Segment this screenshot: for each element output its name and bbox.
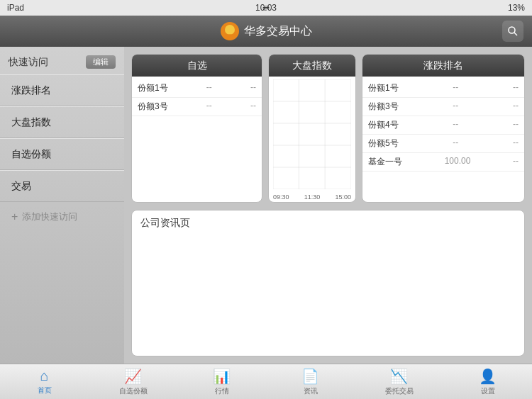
zixuan-row2-name: 份额3号: [138, 101, 168, 113]
sidebar-edit-button[interactable]: 编辑: [86, 55, 116, 69]
panel-zhangdie-title: 涨跌排名: [423, 60, 463, 71]
sidebar: 快速访问 编辑 涨跌排名 大盘指数 自选份额 交易 + 添加快速访问: [0, 47, 124, 364]
zixuan-row2-val2: --: [250, 101, 256, 113]
sidebar-item-label-zixuan: 自选份额: [11, 148, 51, 159]
header-title: 华多交易中心: [244, 24, 312, 39]
info-panel-title: 公司资讯页: [140, 217, 190, 228]
panel-zixuan: 自选 份额1号 -- -- 份额3号 -- --: [131, 54, 262, 203]
panel-dapan-title: 大盘指数: [292, 60, 332, 71]
tab-trade-label: 委托交易: [385, 386, 414, 396]
plus-icon: +: [11, 210, 18, 223]
zhangdie-row2-val1: --: [453, 101, 458, 113]
panel-zhangdie-body: 份额1号 -- -- 份额3号 -- -- 份额4号 -- --: [362, 77, 524, 202]
tab-settings[interactable]: 👤 设置: [443, 364, 532, 399]
chart-line-icon: 📈: [124, 368, 142, 385]
zixuan-row2-val1: --: [206, 101, 212, 113]
chart-xlabel-3: 15:00: [335, 193, 351, 201]
panels-row: 自选 份额1号 -- -- 份额3号 -- --: [131, 54, 525, 203]
zhangdie-row3-name: 份额4号: [368, 119, 399, 131]
tab-zixuan[interactable]: 📈 自选份额: [89, 364, 177, 399]
tab-home-label: 首页: [38, 386, 52, 395]
panel-zixuan-body: 份额1号 -- -- 份额3号 -- --: [132, 77, 262, 202]
content-area: 自选 份额1号 -- -- 份额3号 -- --: [124, 47, 532, 364]
zhangdie-row4-name: 份额5号: [368, 137, 399, 150]
zhangdie-row1-val1: --: [453, 82, 458, 94]
table-row: 份额3号 -- --: [132, 98, 262, 116]
svg-point-3: [509, 27, 515, 33]
zixuan-row1-name: 份额1号: [138, 82, 168, 94]
zixuan-row1-val1: --: [206, 82, 212, 94]
zhangdie-row1-name: 份额1号: [368, 82, 399, 94]
sidebar-title: 快速访问: [9, 56, 48, 69]
logo-icon: [220, 21, 240, 41]
main-layout: 快速访问 编辑 涨跌排名 大盘指数 自选份额 交易 + 添加快速访问 自选: [0, 47, 532, 364]
tab-hangqing-label: 行情: [215, 386, 229, 396]
panel-dapan-header: 大盘指数: [269, 55, 355, 77]
panel-zhangdie-header: 涨跌排名: [362, 55, 524, 77]
sidebar-item-zhangdie[interactable]: 涨跌排名: [0, 74, 124, 106]
zhangdie-row3-val1: --: [453, 119, 458, 131]
svg-line-4: [514, 33, 517, 35]
document-icon: 📄: [301, 368, 319, 385]
chart-svg: infZ infZ nan -infZ -infZ: [273, 79, 351, 189]
search-button[interactable]: [502, 21, 523, 42]
zhangdie-row5-val1: 100.00: [445, 156, 471, 168]
status-time: 10:03: [255, 3, 277, 13]
info-panel: 公司资讯页: [131, 210, 525, 356]
sidebar-item-jiaoyi[interactable]: 交易: [0, 170, 124, 202]
header-logo: 华多交易中心: [220, 21, 312, 41]
tab-home[interactable]: ⌂ 首页: [0, 364, 89, 399]
sidebar-add-button[interactable]: + 添加快速访问: [0, 202, 124, 232]
zhangdie-row5-val2: --: [513, 156, 519, 168]
status-right: 13%: [508, 3, 525, 13]
svg-point-1: [225, 25, 235, 35]
table-row: 份额3号 -- --: [362, 98, 524, 116]
status-bar: iPad ⇌ 10:03 13%: [0, 0, 532, 16]
table-row: 份额1号 -- --: [362, 79, 524, 98]
bar-chart-icon: 📊: [213, 368, 231, 385]
zhangdie-row2-name: 份额3号: [368, 101, 399, 113]
tab-bar: ⌂ 首页 📈 自选份额 📊 行情 📄 资讯 📉 委托交易 👤 设置: [0, 364, 532, 399]
sidebar-item-label-jiaoyi: 交易: [11, 180, 31, 191]
panel-zhangdie: 涨跌排名 份额1号 -- -- 份额3号 -- -- 份额4号: [362, 54, 525, 203]
tab-settings-label: 设置: [481, 386, 495, 396]
zhangdie-row4-val1: --: [453, 137, 458, 150]
zhangdie-row4-val2: --: [513, 137, 519, 150]
search-icon: [507, 26, 519, 37]
header: 华多交易中心: [0, 16, 532, 47]
tab-zixuan-label: 自选份额: [119, 386, 148, 396]
zhangdie-row2-val2: --: [513, 101, 519, 113]
tab-zixun-label: 资讯: [304, 386, 318, 396]
table-row: 份额1号 -- --: [132, 79, 262, 98]
tab-hangqing[interactable]: 📊 行情: [177, 364, 266, 399]
zhangdie-row5-name: 基金一号: [368, 156, 402, 168]
svg-point-2: [224, 34, 235, 40]
trade-icon: 📉: [390, 368, 408, 385]
zixuan-row1-val2: --: [250, 82, 256, 94]
chart-container: infZ infZ nan -infZ -infZ 09:30 11:30 15…: [269, 77, 355, 202]
panel-zixuan-title: 自选: [187, 60, 207, 71]
sidebar-item-label-zhangdie: 涨跌排名: [11, 84, 51, 96]
sidebar-item-label-dapan: 大盘指数: [11, 116, 51, 128]
person-icon: 👤: [479, 368, 497, 385]
sidebar-item-dapan[interactable]: 大盘指数: [0, 106, 124, 138]
chart-xlabel-1: 09:30: [273, 193, 289, 201]
table-row: 基金一号 100.00 --: [362, 153, 524, 172]
tab-trade[interactable]: 📉 委托交易: [355, 364, 443, 399]
home-icon: ⌂: [40, 368, 48, 384]
table-row: 份额4号 -- --: [362, 116, 524, 135]
table-row: 份额5号 -- --: [362, 135, 524, 153]
sidebar-add-label: 添加快速访问: [22, 210, 77, 223]
status-battery: 13%: [508, 3, 525, 13]
chart-xlabel-2: 11:30: [304, 193, 321, 201]
sidebar-item-zixuan[interactable]: 自选份额: [0, 138, 124, 170]
tab-zixun[interactable]: 📄 资讯: [266, 364, 355, 399]
panel-dapan: 大盘指数: [268, 54, 356, 203]
zhangdie-row3-val2: --: [513, 119, 519, 131]
zhangdie-row1-val2: --: [513, 82, 519, 94]
panel-zixuan-header: 自选: [132, 55, 262, 77]
sidebar-header: 快速访问 编辑: [0, 52, 124, 74]
status-left: iPad: [7, 3, 24, 13]
